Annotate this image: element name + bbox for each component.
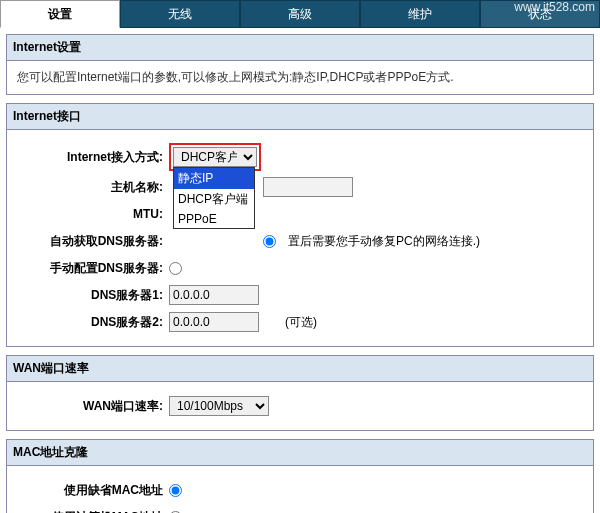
- dns1-input[interactable]: [169, 285, 259, 305]
- tab-wireless[interactable]: 无线: [120, 0, 240, 28]
- dd-opt-static[interactable]: 静态IP: [174, 168, 254, 189]
- section-header-wan-rate: WAN端口速率: [7, 356, 593, 382]
- tab-maintain[interactable]: 维护: [360, 0, 480, 28]
- access-mode-dropdown: 静态IP DHCP客户端 PPPoE: [173, 167, 255, 229]
- wan-rate-label: WAN端口速率:: [19, 398, 169, 415]
- watermark: www.it528.com: [514, 0, 595, 14]
- tab-advanced[interactable]: 高级: [240, 0, 360, 28]
- dd-opt-pppoe[interactable]: PPPoE: [174, 210, 254, 228]
- tab-settings[interactable]: 设置: [0, 0, 120, 28]
- manualdns-radio[interactable]: [169, 262, 182, 275]
- internet-desc: 您可以配置Internet端口的参数,可以修改上网模式为:静态IP,DHCP或者…: [7, 61, 593, 94]
- page: Internet设置 您可以配置Internet端口的参数,可以修改上网模式为:…: [0, 28, 600, 513]
- dns1-label: DNS服务器1:: [19, 287, 169, 304]
- dns2-label: DNS服务器2:: [19, 314, 169, 331]
- autodns-label: 自动获取DNS服务器:: [19, 233, 169, 250]
- access-mode-highlight: DHCP客户端 静态IP DHCP客户端 PPPoE: [169, 143, 261, 171]
- section-mac-clone: MAC地址克隆 使用缺省MAC地址 使用计算机MAC地址 手动指定MAC地址: [6, 439, 594, 513]
- host-label: 主机名称:: [19, 179, 169, 196]
- wan-rate-select[interactable]: 10/100Mbps: [169, 396, 269, 416]
- mac-default-radio[interactable]: [169, 484, 182, 497]
- access-mode-label: Internet接入方式:: [19, 149, 169, 166]
- mtu-label: MTU:: [19, 207, 169, 221]
- dd-opt-dhcp[interactable]: DHCP客户端: [174, 189, 254, 210]
- dns2-optional: (可选): [285, 314, 317, 331]
- section-wan-rate: WAN端口速率 WAN端口速率: 10/100Mbps: [6, 355, 594, 431]
- section-header-mac-clone: MAC地址克隆: [7, 440, 593, 466]
- access-mode-select[interactable]: DHCP客户端: [173, 147, 257, 167]
- manualdns-label: 手动配置DNS服务器:: [19, 260, 169, 277]
- autodns-radio[interactable]: [263, 235, 276, 248]
- mac-pc-label: 使用计算机MAC地址: [19, 509, 169, 514]
- host-input[interactable]: [263, 177, 353, 197]
- tab-status[interactable]: 状态 www.it528.com: [480, 0, 600, 28]
- dns2-input[interactable]: [169, 312, 259, 332]
- section-internet-port: Internet接口 Internet接入方式: DHCP客户端 静态IP DH…: [6, 103, 594, 347]
- tab-bar: 设置 无线 高级 维护 状态 www.it528.com: [0, 0, 600, 28]
- section-header-internet-settings: Internet设置: [7, 35, 593, 61]
- mtu-note: 置后需要您手动修复PC的网络连接.): [288, 233, 480, 250]
- mac-default-label: 使用缺省MAC地址: [19, 482, 169, 499]
- section-header-internet-port: Internet接口: [7, 104, 593, 130]
- section-internet-settings: Internet设置 您可以配置Internet端口的参数,可以修改上网模式为:…: [6, 34, 594, 95]
